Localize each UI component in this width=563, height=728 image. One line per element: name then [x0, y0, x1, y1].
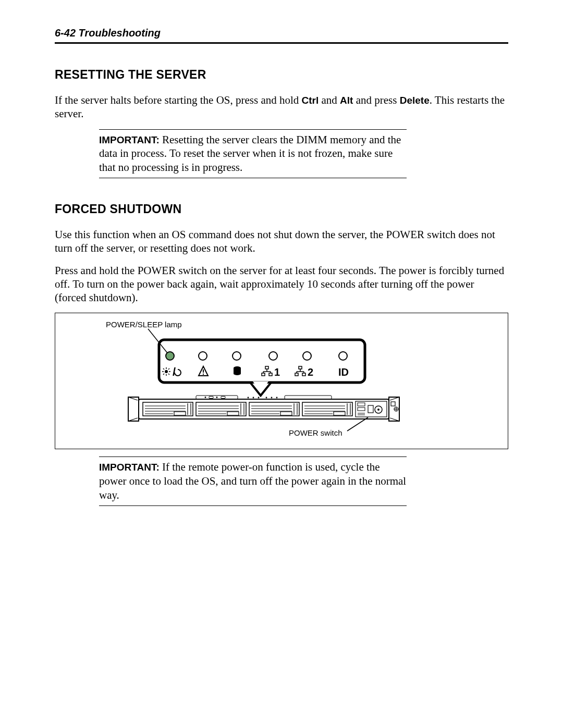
svg-rect-94 [358, 408, 365, 411]
svg-rect-93 [358, 403, 365, 406]
shutdown-paragraph-2: Press and hold the POWER switch on the s… [55, 264, 508, 305]
panel-net2-label: 2 [308, 366, 313, 378]
svg-point-99 [377, 409, 380, 411]
svg-point-42 [248, 397, 249, 399]
svg-rect-56 [391, 402, 395, 406]
svg-point-2 [166, 352, 174, 360]
svg-point-40 [216, 397, 218, 398]
svg-rect-50 [128, 397, 139, 421]
svg-point-19 [203, 374, 204, 375]
svg-rect-65 [174, 412, 186, 415]
important-note-shutdown: IMPORTANT: If the remote power-on functi… [99, 456, 407, 506]
label-power-switch: POWER switch [289, 428, 342, 437]
svg-rect-39 [209, 397, 213, 399]
svg-point-46 [271, 397, 273, 399]
svg-rect-89 [334, 412, 345, 415]
important-note-reset: IMPORTANT: Resetting the server clears t… [99, 129, 407, 179]
figure-svg: / 1 [55, 313, 507, 449]
svg-point-44 [258, 397, 260, 399]
important-label: IMPORTANT: [99, 462, 160, 473]
text: and [319, 94, 340, 106]
header-rule [55, 42, 508, 44]
key-ctrl: Ctrl [302, 95, 319, 106]
svg-point-45 [266, 397, 267, 399]
figure-server-front-panel: POWER/SLEEP lamp POWER switch [55, 313, 508, 449]
svg-rect-97 [368, 405, 373, 413]
heading-forced-shutdown: FORCED SHUTDOWN [55, 202, 508, 216]
heading-resetting: RESETTING THE SERVER [55, 68, 508, 82]
svg-point-43 [253, 397, 254, 399]
key-delete: Delete [400, 95, 430, 106]
panel-net1-label: 1 [274, 366, 280, 378]
svg-point-47 [276, 397, 278, 399]
svg-point-38 [205, 397, 206, 398]
label-power-sleep-lamp: POWER/SLEEP lamp [106, 320, 182, 329]
svg-text:/: / [173, 365, 176, 378]
reset-paragraph: If the server halts before starting the … [55, 93, 508, 121]
svg-rect-48 [285, 396, 332, 399]
running-header: 6-42 Troubleshooting [55, 27, 508, 39]
page: 6-42 Troubleshooting RESETTING THE SERVE… [0, 0, 563, 548]
svg-rect-81 [280, 412, 292, 415]
svg-rect-41 [221, 397, 225, 399]
panel-id-label: ID [338, 366, 349, 378]
text: If the server halts before starting the … [55, 94, 302, 106]
shutdown-paragraph-1: Use this function when an OS command doe… [55, 228, 508, 255]
important-label: IMPORTANT: [99, 134, 160, 145]
text: and press [353, 94, 399, 106]
svg-rect-73 [227, 412, 239, 415]
key-alt: Alt [340, 95, 353, 106]
svg-point-8 [165, 370, 168, 373]
